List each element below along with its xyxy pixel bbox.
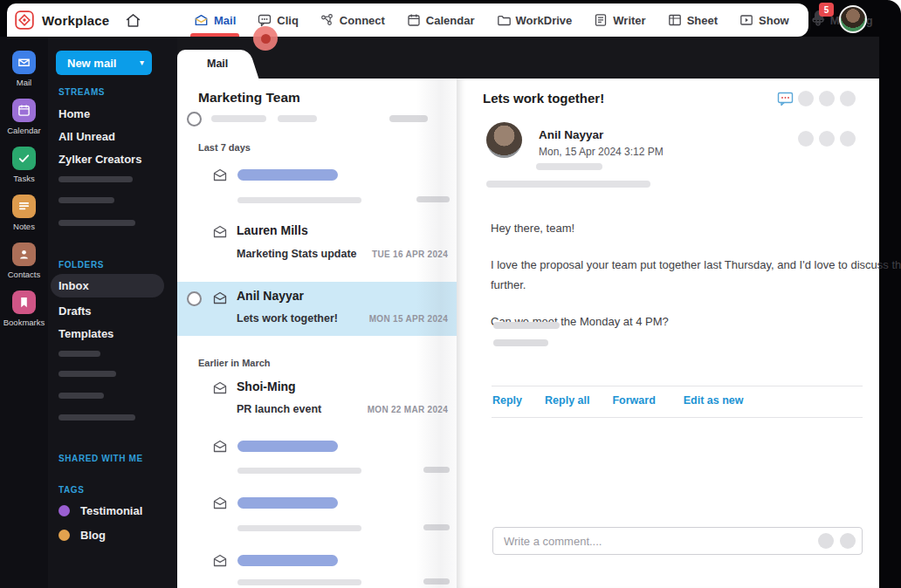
nav-calendar-label: Calendar <box>426 14 475 27</box>
nav-writer-label: Writer <box>613 14 645 27</box>
list-skeleton-subject <box>237 579 361 585</box>
select-all-radio[interactable] <box>187 112 202 126</box>
brand[interactable]: Workplace <box>7 10 109 31</box>
home-button[interactable] <box>125 12 141 29</box>
sidebar-item-inbox[interactable]: Inbox <box>58 279 89 292</box>
recipient-skeleton-bar <box>536 163 602 170</box>
action-circle[interactable] <box>819 131 835 147</box>
nav-connect[interactable]: Connect <box>320 3 385 37</box>
mail-detail-pane: Lets work together! Anil Nayyar Mon, 15 … <box>457 79 879 588</box>
notifications-button[interactable]: 5 <box>810 8 828 31</box>
tag-testimonial[interactable]: Testimonial <box>58 504 142 517</box>
nav-sheet[interactable]: Sheet <box>668 3 718 37</box>
nav-mail-label: Mail <box>214 14 236 27</box>
email-row-anil-nayyar-selected[interactable]: Anil Nayyar Lets work together! MON 15 A… <box>177 282 457 336</box>
rail-item-contacts[interactable]: Contacts <box>8 243 41 279</box>
reply-all-button[interactable]: Reply all <box>545 394 589 407</box>
envelope-icon <box>212 439 228 454</box>
sidebar-item-drafts[interactable]: Drafts <box>58 304 92 318</box>
content-header-strip: Mail <box>177 37 879 79</box>
nav-sheet-label: Sheet <box>687 14 718 27</box>
sender-name: Anil Nayyar <box>539 128 603 141</box>
user-avatar[interactable] <box>839 5 867 33</box>
tag-blog[interactable]: Blog <box>58 529 106 542</box>
detail-toolbar-skeleton <box>798 91 856 106</box>
body-paragraph: I love the proposal your team put togeth… <box>491 255 901 295</box>
body-paragraph: Hey there, team! <box>491 218 901 238</box>
sidebar-item-zylker-creators[interactable]: Zylker Creators <box>58 153 141 166</box>
chevron-down-icon: ▾ <box>140 58 144 67</box>
list-skeleton-sender <box>237 497 338 509</box>
tag-testimonial-label: Testimonial <box>80 504 142 517</box>
sidebar-skeleton-bar <box>58 351 100 357</box>
action-circle[interactable] <box>840 131 856 147</box>
tag-dot-purple <box>58 505 70 516</box>
list-skeleton-sender <box>237 441 338 452</box>
rail-notes-icon <box>12 195 36 218</box>
sidebar-skeleton-bar <box>58 220 135 226</box>
message-actions-skeleton <box>798 131 856 147</box>
rail-item-notes[interactable]: Notes <box>12 195 36 231</box>
toolbar-circle[interactable] <box>798 91 814 106</box>
connect-icon <box>320 13 334 27</box>
sidebar-skeleton-bar <box>58 393 104 399</box>
list-skeleton-bar <box>211 115 266 122</box>
rail-item-mail[interactable]: Mail <box>12 51 36 87</box>
nav-workdrive-label: WorkDrive <box>516 14 573 27</box>
tag-dot-orange <box>58 530 70 541</box>
list-skeleton-bar <box>278 115 317 122</box>
forward-button[interactable]: Forward <box>612 394 655 407</box>
cliq-icon <box>258 13 272 27</box>
nav-workdrive[interactable]: WorkDrive <box>497 3 573 37</box>
rail-calendar-icon <box>12 99 36 122</box>
nav-mail[interactable]: Mail <box>194 3 236 37</box>
rail-item-tasks[interactable]: Tasks <box>12 147 36 183</box>
mail-list-pane: Marketing Team Last 7 days Lauren Mills … <box>177 79 457 588</box>
rail-contacts-label: Contacts <box>8 270 41 279</box>
email-subject: Marketing Stats update <box>237 248 357 260</box>
envelope-icon <box>212 291 228 305</box>
email-detail-title: Lets work together! <box>483 91 604 106</box>
email-select-radio[interactable] <box>187 291 202 306</box>
envelope-icon <box>212 553 228 568</box>
group-label-recent: Last 7 days <box>198 142 251 153</box>
nav-writer[interactable]: Writer <box>594 3 645 37</box>
sidebar-skeleton-bar <box>58 197 114 203</box>
sidebar-item-home[interactable]: Home <box>58 107 90 120</box>
new-mail-button[interactable]: New mail ▾ <box>56 51 152 75</box>
mail-tab[interactable]: Mail <box>177 50 240 79</box>
nav-connect-label: Connect <box>340 14 385 27</box>
rail-item-bookmarks[interactable]: Bookmarks <box>3 291 45 327</box>
workplace-logo-icon <box>14 10 35 31</box>
workplace-app: Workplace Mail Cliq <box>0 0 901 588</box>
comment-action-circle[interactable] <box>818 533 834 549</box>
recipient-skeleton-bar <box>486 181 650 188</box>
sidebar-item-templates[interactable]: Templates <box>58 327 113 340</box>
list-skeleton-sender <box>237 169 338 181</box>
nav-show[interactable]: Show <box>739 3 789 37</box>
toolbar-circle[interactable] <box>819 91 835 106</box>
top-bar: Workplace Mail Cliq <box>7 3 808 37</box>
reply-button[interactable]: Reply <box>492 394 522 407</box>
folders-section-label: FOLDERS <box>58 260 104 270</box>
email-sender: Anil Nayyar <box>237 289 304 303</box>
edit-as-new-button[interactable]: Edit as new <box>684 394 744 407</box>
list-title: Marketing Team <box>198 90 300 106</box>
action-circle[interactable] <box>798 131 814 147</box>
toolbar-circle[interactable] <box>840 91 856 106</box>
writer-icon <box>594 13 608 27</box>
rail-item-calendar[interactable]: Calendar <box>7 99 41 135</box>
comment-action-circle[interactable] <box>840 533 856 549</box>
envelope-icon <box>212 168 228 182</box>
comment-input[interactable] <box>493 535 818 548</box>
comments-icon[interactable] <box>777 91 794 107</box>
sheet-icon <box>668 13 682 27</box>
shared-section-label: SHARED WITH ME <box>58 454 143 463</box>
nav-calendar[interactable]: Calendar <box>407 3 475 37</box>
list-skeleton-date <box>423 467 450 473</box>
rail-calendar-label: Calendar <box>7 126 41 135</box>
list-skeleton-subject <box>237 468 361 474</box>
email-sender: Lauren Mills <box>237 223 308 237</box>
nav-show-label: Show <box>759 14 789 27</box>
sidebar-item-all-unread[interactable]: All Unread <box>58 130 115 143</box>
